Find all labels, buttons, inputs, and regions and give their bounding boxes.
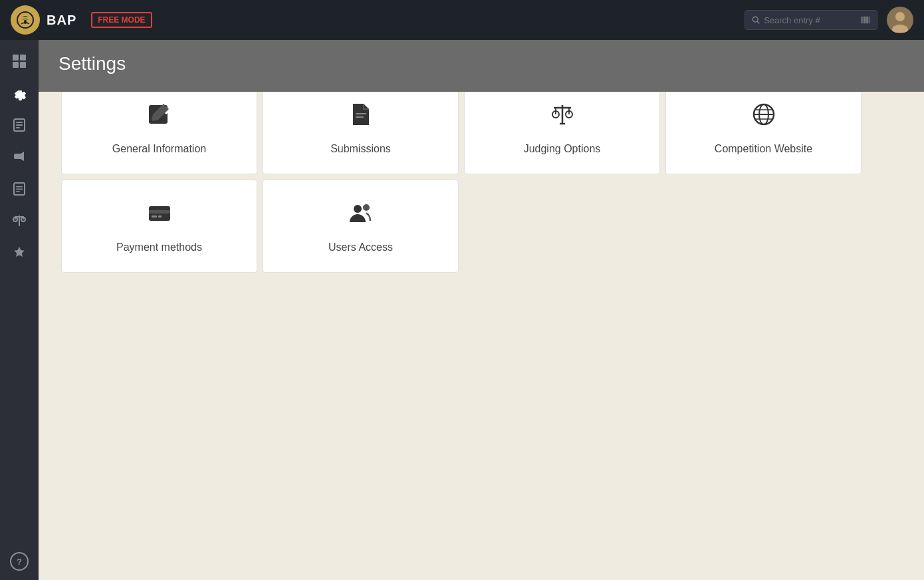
- globe-icon: [751, 101, 777, 134]
- file-icon: [348, 101, 374, 134]
- svg-rect-7: [866, 17, 867, 23]
- sidebar-bottom: ?: [10, 552, 29, 571]
- payment-icon: [146, 200, 173, 232]
- page-title: Settings: [58, 53, 904, 74]
- svg-point-11: [895, 12, 905, 21]
- sidebar-item-announcements[interactable]: [3, 142, 35, 172]
- card-judging-options-label: Judging Options: [524, 143, 601, 155]
- card-users-access[interactable]: Users Access: [263, 180, 459, 273]
- settings-header: Settings: [39, 40, 924, 92]
- cards-grid: General Information Submissions: [58, 92, 904, 275]
- svg-rect-14: [20, 55, 26, 61]
- svg-rect-34: [356, 116, 364, 118]
- edit-icon: [146, 101, 173, 134]
- sidebar-item-judging[interactable]: [3, 206, 35, 235]
- svg-rect-19: [16, 124, 23, 126]
- card-submissions[interactable]: Submissions: [263, 92, 459, 174]
- sidebar: ?: [0, 40, 39, 580]
- app-name: BAP: [47, 13, 76, 28]
- sidebar-item-settings[interactable]: [3, 78, 35, 108]
- card-general-information[interactable]: General Information: [61, 92, 257, 174]
- card-competition-website[interactable]: Competition Website: [665, 92, 862, 174]
- card-judging-options[interactable]: Judging Options: [464, 92, 660, 174]
- svg-point-52: [363, 204, 370, 211]
- avatar[interactable]: [887, 7, 913, 33]
- svg-rect-16: [20, 62, 26, 68]
- svg-point-51: [354, 205, 362, 213]
- svg-line-3: [757, 21, 759, 23]
- search-input[interactable]: [764, 15, 857, 25]
- svg-rect-48: [149, 210, 170, 214]
- top-navigation: BAP FREE MODE: [0, 0, 924, 40]
- sidebar-item-reports[interactable]: [3, 174, 35, 204]
- search-icon: [752, 15, 760, 25]
- card-payment-methods[interactable]: Payment methods: [61, 180, 257, 273]
- svg-rect-20: [16, 127, 20, 128]
- sidebar-item-ledger[interactable]: [3, 110, 35, 140]
- search-box[interactable]: [745, 10, 877, 30]
- logo-area: BAP FREE MODE: [11, 5, 152, 35]
- sidebar-item-awards[interactable]: [3, 238, 35, 267]
- barcode-icon: [861, 15, 870, 25]
- card-competition-website-label: Competition Website: [715, 143, 812, 155]
- help-button[interactable]: ?: [10, 552, 29, 571]
- svg-rect-5: [864, 17, 864, 23]
- svg-rect-49: [152, 216, 157, 218]
- svg-rect-1: [24, 20, 27, 24]
- svg-rect-18: [16, 122, 23, 123]
- svg-rect-4: [862, 17, 863, 23]
- card-payment-methods-label: Payment methods: [116, 241, 202, 253]
- content-area: Settings General Information: [39, 40, 924, 580]
- svg-point-2: [752, 17, 758, 22]
- card-users-access-label: Users Access: [328, 241, 393, 253]
- svg-rect-23: [16, 189, 23, 190]
- scale-icon: [549, 101, 576, 134]
- main-layout: ? Settings General I: [0, 40, 924, 580]
- free-mode-badge: FREE MODE: [91, 12, 152, 28]
- logo-icon: [11, 5, 40, 35]
- svg-rect-33: [356, 113, 366, 114]
- svg-rect-15: [13, 62, 19, 68]
- svg-rect-24: [16, 191, 20, 192]
- svg-rect-22: [16, 186, 23, 188]
- svg-rect-8: [867, 17, 869, 23]
- svg-rect-50: [158, 216, 162, 218]
- svg-rect-13: [13, 55, 19, 61]
- svg-rect-9: [869, 17, 869, 23]
- card-general-information-label: General Information: [112, 143, 206, 155]
- sidebar-item-dashboard[interactable]: [3, 47, 35, 76]
- svg-rect-6: [864, 17, 866, 23]
- users-icon: [348, 200, 374, 232]
- grid-area: General Information Submissions: [39, 92, 924, 580]
- card-submissions-label: Submissions: [330, 143, 391, 155]
